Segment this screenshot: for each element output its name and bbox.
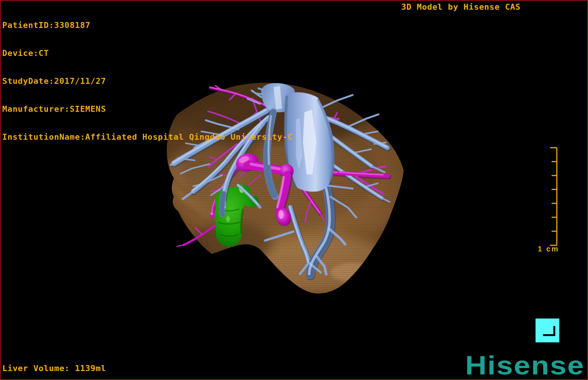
device-text: Device:CT [2,48,293,58]
patient-id-text: PatientID:3308187 [2,20,293,30]
liver-volume-label: Liver Volume: 1139ml [2,364,106,373]
viewer-3d-viewport[interactable]: PatientID:3308187 Device:CT StudyDate:20… [0,0,588,380]
orientation-corner-icon[interactable] [536,319,559,342]
study-date-text: StudyDate:2017/11/27 [2,76,293,86]
orientation-glyph-horizontal [543,334,555,336]
watermark-title: 3D Model by Hisense CAS [401,2,521,12]
hisense-logo: Hisense [465,350,585,380]
institution-text: InstitutionName:Affiliated Hospital Qing… [2,132,293,142]
scale-bar-label: 1 cm [538,245,559,253]
manufacturer-text: Manufacturer:SIEMENS [2,104,293,114]
scale-bar [550,148,557,245]
patient-info-overlay: PatientID:3308187 Device:CT StudyDate:20… [2,2,293,160]
